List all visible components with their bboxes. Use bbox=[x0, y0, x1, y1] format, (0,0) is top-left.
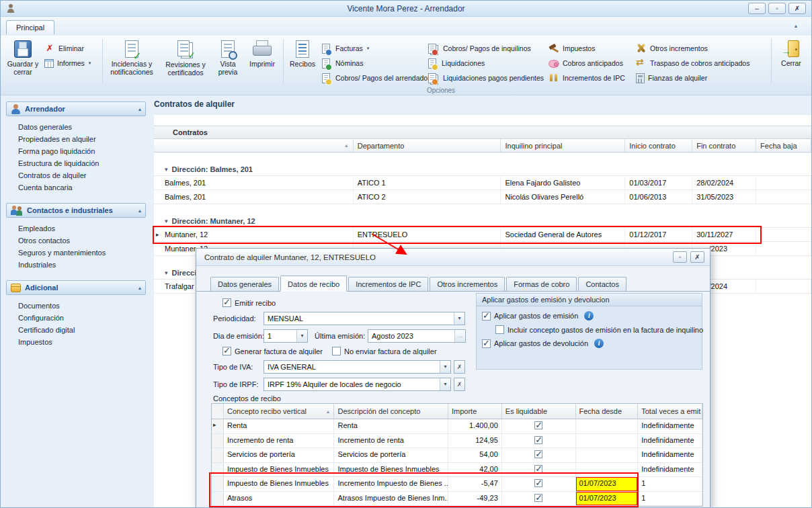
liquidaciones-button[interactable]: Liquidaciones bbox=[425, 58, 546, 69]
cobros-arrendador-button[interactable]: Cobros/ Pagos del arrendador bbox=[319, 73, 425, 83]
fianzas-button[interactable]: Fianzas de alquiler bbox=[634, 73, 763, 83]
otros-incrementos-button[interactable]: Otros incrementos bbox=[634, 43, 763, 54]
sidebar-item-configuracio-n[interactable]: Configuración bbox=[6, 312, 146, 324]
sidebar-item-impuestos[interactable]: Impuestos bbox=[6, 336, 146, 348]
concept-row[interactable]: Servicios de porteríaServicios de porter… bbox=[212, 448, 702, 463]
window-titlebar[interactable]: Vicente Mora Perez - Arrendador – ▫ ✗ bbox=[1, 1, 811, 17]
table-row[interactable]: Balmes, 201ATICO 1Elena Fajardo Galisteo… bbox=[154, 176, 811, 190]
no-enviar-factura-checkbox[interactable]: No enviar factura de alquiler bbox=[332, 347, 437, 355]
sidebar-item-certificado-digital[interactable]: Certificado digital bbox=[6, 324, 146, 336]
sidebar-item-cuenta-bancaria[interactable]: Cuenta bancaria bbox=[6, 181, 146, 194]
nominas-button[interactable]: Nóminas bbox=[319, 58, 425, 69]
tipo-irpf-combo[interactable]: IRPF 19% Alquiler de locales de negocio … bbox=[263, 378, 451, 391]
chevron-down-icon[interactable]: ▾ bbox=[440, 361, 450, 373]
tab-contactos[interactable]: Contactos bbox=[578, 277, 626, 291]
cobros-anticipados-button[interactable]: Cobros anticipados bbox=[546, 58, 634, 69]
minimize-button[interactable]: – bbox=[748, 3, 766, 14]
incrementos-ipc-button[interactable]: Incrementos de IPC bbox=[546, 73, 634, 83]
column-header-departamento[interactable]: Departamento bbox=[354, 139, 501, 152]
sidebar-item-datos-generales[interactable]: Datos generales bbox=[6, 121, 146, 133]
sidebar-group-header-adicional[interactable]: Adicional▴ bbox=[6, 280, 146, 295]
column-header-concepto-recibo-vertical[interactable]: Concepto recibo vertical▲ bbox=[224, 404, 335, 419]
tab-incrementos-de-ipc[interactable]: Incrementos de IPC bbox=[348, 277, 428, 291]
tab-otros-incrementos[interactable]: Otros incrementos bbox=[430, 277, 505, 291]
chevron-down-icon[interactable]: ▾ bbox=[296, 330, 307, 342]
sidebar-item-industriales[interactable]: Industriales bbox=[6, 259, 146, 271]
sidebar-item-contratos-de-alquiler[interactable]: Contratos de alquiler bbox=[6, 169, 146, 181]
vista-previa-button[interactable]: Vista previa bbox=[212, 38, 243, 77]
checkbox-aplicar-gastos-de-emisio-n[interactable]: Aplicar gastos de emisióni bbox=[482, 311, 702, 321]
revisiones-button[interactable]: Revisiones y certificados bbox=[159, 38, 212, 77]
info-icon[interactable]: i bbox=[584, 311, 594, 321]
sidebar-group-header-contactos-e-industriales[interactable]: Contactos e industriales▴ bbox=[6, 203, 146, 218]
checkbox-icon[interactable] bbox=[534, 436, 542, 444]
column-header-direccion[interactable]: ▲ bbox=[154, 139, 354, 152]
checkbox-icon[interactable] bbox=[534, 494, 542, 502]
ellipsis-button[interactable]: … bbox=[454, 330, 465, 342]
sidebar-item-seguros-y-mantenimientos[interactable]: Seguros y mantenimientos bbox=[6, 247, 146, 259]
chevron-down-icon[interactable]: ▾ bbox=[454, 312, 464, 325]
column-header-descripcio-n-del-concepto[interactable]: Descripción del concepto bbox=[334, 404, 448, 419]
checkbox-icon[interactable] bbox=[534, 479, 542, 487]
save-close-button[interactable]: Guardar y cerrar bbox=[3, 38, 42, 77]
concept-row[interactable]: AtrasosAtrasos Impuesto de Bienes Inm...… bbox=[212, 492, 702, 507]
maximize-button[interactable]: ▫ bbox=[768, 3, 786, 14]
concept-row[interactable]: ▸RentaRenta1.400,00Indefinidamente bbox=[212, 419, 702, 434]
column-header-inicio-contrato[interactable]: Inicio contrato bbox=[625, 139, 692, 152]
sidebar-item-propiedades-en-alquiler[interactable]: Propiedades en alquiler bbox=[6, 133, 146, 145]
dialog-close-button[interactable]: ✗ bbox=[690, 251, 704, 263]
column-header-importe[interactable]: Importe bbox=[448, 404, 502, 419]
periodicidad-combo[interactable]: MENSUAL ▾ bbox=[263, 312, 465, 325]
incidencias-button[interactable]: Incidencias y notificaciones bbox=[105, 38, 159, 77]
sidebar-group-header-arrendador[interactable]: Arrendador▴ bbox=[6, 101, 146, 116]
sidebar-item-documentos[interactable]: Documentos bbox=[6, 300, 146, 312]
concept-row[interactable]: Incremento de rentaIncremento de renta12… bbox=[212, 434, 702, 449]
dialog-restore-button[interactable]: ▫ bbox=[673, 251, 687, 263]
column-header-total-veces-a-emit[interactable]: Total veces a emit bbox=[638, 404, 702, 419]
sidebar-item-empleados[interactable]: Empleados bbox=[6, 222, 146, 235]
dialog-titlebar[interactable]: Contrato de alquiler Muntaner, 12, ENTRE… bbox=[196, 249, 710, 266]
traspaso-button[interactable]: Traspaso de cobros anticipados bbox=[634, 58, 763, 69]
group-row-direccio-n-balmes-201[interactable]: ▾Dirección: Balmes, 201 bbox=[154, 163, 811, 176]
tipo-iva-clear-button[interactable]: ✗ bbox=[454, 360, 465, 374]
table-row[interactable]: Balmes, 201ATICO 2Nicolás Olivares Perel… bbox=[154, 190, 811, 204]
checkbox-icon[interactable] bbox=[534, 450, 542, 458]
column-header-inquilino-principal[interactable]: Inquilino principal bbox=[501, 139, 625, 152]
column-header-fecha-baja[interactable]: Fecha baja bbox=[756, 139, 811, 152]
checkbox-aplicar-gastos-de-devolucio-n[interactable]: Aplicar gastos de devolucióni bbox=[482, 339, 702, 348]
group-row-direccio-n-muntaner-12[interactable]: ▾Dirección: Muntaner, 12 bbox=[154, 215, 811, 228]
close-window-button[interactable]: ✗ bbox=[788, 3, 806, 14]
checkbox-incluir-concepto-gastos-de-emisio-n-en-la-factura-de-inquilino[interactable]: Incluir concepto gastos de emisión en la… bbox=[495, 325, 702, 334]
concept-row[interactable]: Impuesto de Bienes InmueblesIncremento I… bbox=[212, 477, 702, 492]
eliminar-button[interactable]: ✗ Eliminar bbox=[42, 43, 100, 54]
cobros-inquilinos-button[interactable]: Cobros/ Pagos de inquilinos bbox=[425, 43, 546, 54]
concept-row[interactable]: Impuesto de Bienes InmueblesImpuesto de … bbox=[212, 463, 702, 478]
informes-button[interactable]: Informes ▾ bbox=[42, 58, 100, 69]
column-header-fin-contrato[interactable]: Fin contrato bbox=[692, 139, 756, 152]
impuestos-button[interactable]: Impuestos bbox=[546, 43, 634, 54]
table-row[interactable]: Muntaner, 12▸ENTRESUELOSociedad General … bbox=[154, 228, 811, 242]
tipo-irpf-clear-button[interactable]: ✗ bbox=[454, 378, 465, 391]
checkbox-icon[interactable] bbox=[534, 421, 542, 429]
liquidaciones-pendientes-button[interactable]: Liquidaciones pagos pendientes bbox=[425, 73, 546, 83]
ultima-emision-field[interactable]: Agosto 2023 … bbox=[368, 329, 466, 343]
tab-datos-de-recibo[interactable]: Datos de recibo bbox=[280, 276, 347, 292]
recibos-button[interactable]: Recibos bbox=[286, 38, 319, 69]
sidebar-item-estructura-de-liquidacio-n[interactable]: Estructura de liquidación bbox=[6, 157, 146, 169]
column-header-es-liquidable[interactable]: Es liquidable bbox=[502, 404, 576, 419]
tipo-iva-combo[interactable]: IVA GENERAL ▾ bbox=[263, 360, 451, 374]
dia-emision-combo[interactable]: 1 ▾ bbox=[263, 329, 308, 343]
tab-datos-generales[interactable]: Datos generales bbox=[210, 277, 279, 291]
cerrar-button[interactable]: Cerrar bbox=[774, 38, 809, 68]
facturas-button[interactable]: Facturas ▾ bbox=[319, 43, 425, 54]
tab-formas-de-cobro[interactable]: Formas de cobro bbox=[506, 277, 577, 291]
sidebar-item-forma-pago-liquidacio-n[interactable]: Forma pago liquidación bbox=[6, 145, 146, 157]
tab-principal[interactable]: Principal bbox=[6, 20, 54, 34]
column-header-fecha-desde[interactable]: Fecha desde bbox=[576, 404, 639, 419]
info-icon[interactable]: i bbox=[594, 339, 604, 348]
chevron-down-icon[interactable]: ▾ bbox=[440, 378, 450, 390]
emitir-recibo-checkbox[interactable]: Emitir recibo bbox=[222, 298, 276, 307]
sidebar-item-otros-contactos[interactable]: Otros contactos bbox=[6, 235, 146, 247]
ribbon-collapse-button[interactable]: ▴ bbox=[788, 22, 803, 32]
imprimir-button[interactable]: Imprimir bbox=[243, 38, 281, 69]
